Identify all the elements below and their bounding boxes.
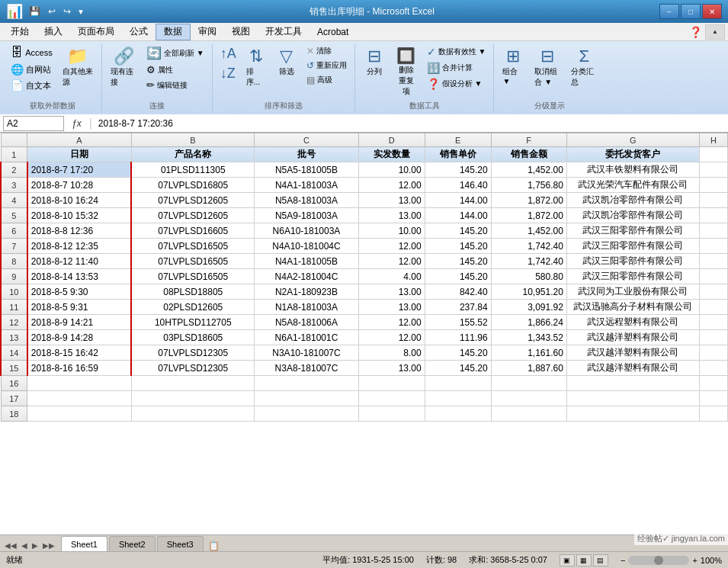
cell-10-b[interactable]: 08PLSD18805: [131, 284, 254, 300]
cell-3-e[interactable]: 146.40: [425, 178, 491, 193]
cell-4-b[interactable]: 07LVPLSD12605: [131, 193, 254, 208]
cell-7-d[interactable]: 12.00: [358, 239, 425, 254]
menu-view[interactable]: 视图: [224, 24, 258, 40]
sheet-nav-first[interactable]: ◀◀: [3, 540, 18, 551]
quick-save[interactable]: 💾: [27, 6, 42, 17]
cell-9-f[interactable]: 580.80: [491, 269, 566, 284]
cell-15-a[interactable]: 2018-8-16 16:59: [27, 361, 132, 376]
cell-4-a[interactable]: 2018-8-10 16:24: [27, 193, 132, 208]
menu-data[interactable]: 数据: [156, 24, 191, 40]
col-header-b[interactable]: B: [131, 133, 254, 147]
cell-3-f[interactable]: 1,756.80: [491, 178, 566, 193]
row-num-11[interactable]: 11: [1, 300, 27, 315]
cell-6-d[interactable]: 10.00: [358, 223, 425, 239]
cell-12-c[interactable]: N5A8-181006A: [255, 315, 359, 330]
cell-13-a[interactable]: 2018-8-9 14:28: [27, 330, 132, 345]
cell-13-e[interactable]: 111.96: [425, 330, 491, 345]
sheet-tab-1[interactable]: Sheet1: [61, 536, 107, 551]
header-col-g[interactable]: 委托发货客户: [566, 147, 699, 162]
sort-button[interactable]: ⇅ 排序...: [242, 44, 270, 90]
cell-15-f[interactable]: 1,887.60: [491, 361, 566, 376]
cell-15-d[interactable]: 13.00: [358, 361, 425, 376]
row-num-13[interactable]: 13: [1, 330, 27, 345]
cell-14-f[interactable]: 1,161.60: [491, 345, 566, 361]
menu-formula[interactable]: 公式: [122, 24, 156, 40]
menu-insert[interactable]: 插入: [37, 24, 70, 40]
cell-9-b[interactable]: 07LVPLSD16505: [131, 269, 254, 284]
cell-8-a[interactable]: 2018-8-12 11:40: [27, 254, 132, 269]
properties-button[interactable]: ⚙ 属性: [143, 63, 207, 77]
cell-5-b[interactable]: 07LVPLSD12605: [131, 208, 254, 223]
cell-2-d[interactable]: 10.00: [358, 162, 425, 178]
sort-desc-button[interactable]: ↓Z: [217, 64, 239, 83]
cell-14-d[interactable]: 8.00: [358, 345, 425, 361]
row-num-14[interactable]: 14: [1, 345, 27, 361]
cell-7-e[interactable]: 145.20: [425, 239, 491, 254]
sheet-nav-next[interactable]: ▶: [30, 540, 40, 551]
row-num-2[interactable]: 2: [1, 162, 27, 178]
cell-12-f[interactable]: 1,866.24: [491, 315, 566, 330]
quick-undo[interactable]: ↩: [47, 6, 57, 17]
cell-8-e[interactable]: 145.20: [425, 254, 491, 269]
sort-asc-button[interactable]: ↑A: [217, 44, 239, 63]
row-num-7[interactable]: 7: [1, 239, 27, 254]
row-num-1[interactable]: 1: [1, 147, 27, 162]
col-header-h[interactable]: H: [699, 133, 727, 147]
advanced-button[interactable]: ▤ 高级: [303, 73, 350, 87]
zoom-in-button[interactable]: +: [692, 556, 697, 565]
row-num-5[interactable]: 5: [1, 208, 27, 223]
cell-5-a[interactable]: 2018-8-10 15:32: [27, 208, 132, 223]
cell-15-c[interactable]: N3A8-181007C: [255, 361, 359, 376]
col-header-f[interactable]: F: [491, 133, 566, 147]
cell-6-b[interactable]: 07LVPLSD16605: [131, 223, 254, 239]
cell-9-e[interactable]: 145.20: [425, 269, 491, 284]
data-valid-button[interactable]: ✓ 数据有效性 ▼: [424, 44, 489, 59]
cell-5-e[interactable]: 144.00: [425, 208, 491, 223]
cell-11-d[interactable]: 13.00: [358, 300, 425, 315]
split-column-button[interactable]: ⊟ 分列: [360, 44, 389, 79]
web-button[interactable]: 🌐 自网站: [8, 62, 55, 77]
row-num-4[interactable]: 4: [1, 193, 27, 208]
row-num-12[interactable]: 12: [1, 315, 27, 330]
cell-11-e[interactable]: 237.84: [425, 300, 491, 315]
cell-3-g[interactable]: 武汉光荣汽车配件有限公司: [566, 178, 699, 193]
col-header-d[interactable]: D: [358, 133, 425, 147]
sheet-tab-2[interactable]: Sheet2: [109, 536, 156, 551]
row-num-10[interactable]: 10: [1, 284, 27, 300]
col-header-c[interactable]: C: [255, 133, 359, 147]
close-button[interactable]: ✕: [702, 4, 722, 19]
header-col-e[interactable]: 销售单价: [425, 147, 491, 162]
cell-12-b[interactable]: 10HTPLSD112705: [131, 315, 254, 330]
group-button[interactable]: ⊞ 组合 ▼: [499, 44, 528, 88]
menu-acrobat[interactable]: Acrobat: [309, 24, 356, 40]
cell-12-e[interactable]: 155.52: [425, 315, 491, 330]
cell-8-g[interactable]: 武汉三阳零部件有限公司: [566, 254, 699, 269]
row-num-9[interactable]: 9: [1, 269, 27, 284]
cell-2-g[interactable]: 武汉丰铁塑料有限公司: [566, 162, 699, 178]
cell-2-c[interactable]: N5A5-181005B: [255, 162, 359, 178]
cell-13-d[interactable]: 12.00: [358, 330, 425, 345]
header-col-b[interactable]: 产品名称: [131, 147, 254, 162]
cell-13-c[interactable]: N6A1-181001C: [255, 330, 359, 345]
cell-2-b[interactable]: 01PLSD111305: [131, 162, 254, 178]
cell-14-b[interactable]: 07LVPLSD12305: [131, 345, 254, 361]
row-num-8[interactable]: 8: [1, 254, 27, 269]
row-num-15[interactable]: 15: [1, 361, 27, 376]
cell-9-d[interactable]: 4.00: [358, 269, 425, 284]
zoom-out-button[interactable]: −: [621, 556, 625, 565]
cell-4-g[interactable]: 武汉凯冶零部件有限公司: [566, 193, 699, 208]
cell-6-g[interactable]: 武汉三阳零部件有限公司: [566, 223, 699, 239]
sheet-nav-prev[interactable]: ◀: [20, 540, 29, 551]
cell-2-e[interactable]: 145.20: [425, 162, 491, 178]
cell-ref-input[interactable]: [3, 116, 64, 131]
header-col-c[interactable]: 批号: [255, 147, 359, 162]
header-col-d[interactable]: 实发数量: [358, 147, 425, 162]
cell-3-b[interactable]: 07LVPLSD16805: [131, 178, 254, 193]
cell-4-f[interactable]: 1,872.00: [491, 193, 566, 208]
whatif-button[interactable]: ❓ 假设分析 ▼: [424, 76, 489, 91]
cell-11-a[interactable]: 2018-8-5 9:31: [27, 300, 132, 315]
row-num-6[interactable]: 6: [1, 223, 27, 239]
col-header-g[interactable]: G: [566, 133, 699, 147]
menu-review[interactable]: 审阅: [191, 24, 224, 40]
cell-10-c[interactable]: N2A1-180923B: [255, 284, 359, 300]
